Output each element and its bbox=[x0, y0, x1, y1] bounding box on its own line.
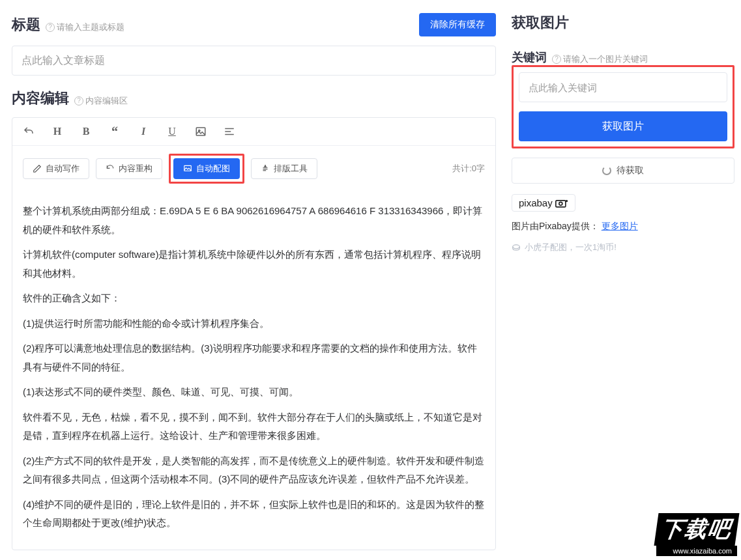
layout-tool-button[interactable]: 排版工具 bbox=[251, 158, 317, 179]
watermark-big: 下载吧 bbox=[654, 513, 739, 546]
auto-write-button[interactable]: 自动写作 bbox=[23, 158, 89, 179]
auto-image-button[interactable]: 自动配图 bbox=[173, 158, 240, 179]
question-icon: ? bbox=[74, 96, 83, 105]
heading-icon[interactable]: H bbox=[51, 126, 63, 137]
keyword-hint: ? 请输入一个图片关键词 bbox=[552, 53, 648, 65]
more-images-link[interactable]: 更多图片 bbox=[602, 221, 638, 231]
svg-point-8 bbox=[566, 200, 568, 202]
format-toolbar: H B “ I U bbox=[12, 118, 495, 146]
spinner-icon bbox=[602, 166, 611, 175]
coin-icon bbox=[512, 243, 521, 252]
svg-point-7 bbox=[559, 202, 562, 205]
get-image-title: 获取图片 bbox=[512, 13, 734, 33]
keyword-input[interactable] bbox=[519, 72, 727, 102]
auto-write-label: 自动写作 bbox=[46, 163, 80, 175]
editor-content[interactable]: 整个计算机系统由两部分组成：E.69DA 5 E 6 BA 9062616964… bbox=[12, 191, 495, 550]
underline-icon[interactable]: U bbox=[166, 126, 178, 137]
italic-icon[interactable]: I bbox=[138, 126, 149, 137]
paragraph: (2)程序可以满意地处理信息的数据结构。(3)说明程序功能要求和程序需要的文档的… bbox=[23, 339, 485, 376]
layout-tool-label: 排版工具 bbox=[274, 163, 308, 175]
watermark-small: www.xiazaiba.com bbox=[656, 546, 737, 556]
question-icon: ? bbox=[46, 23, 55, 32]
editor-hint-text: 内容编辑区 bbox=[85, 95, 128, 107]
editor-hint: ? 内容编辑区 bbox=[74, 95, 128, 107]
undo-icon[interactable] bbox=[23, 126, 35, 137]
keyword-label: 关键词 bbox=[512, 49, 547, 65]
svg-point-9 bbox=[513, 245, 520, 249]
paragraph: 软件的正确含义如下： bbox=[23, 289, 485, 308]
pixabay-badge: pixabay bbox=[512, 194, 575, 212]
pending-label: 待获取 bbox=[617, 165, 644, 176]
pending-button[interactable]: 待获取 bbox=[512, 158, 734, 184]
clear-cache-button[interactable]: 清除所有缓存 bbox=[419, 13, 496, 36]
article-title-input[interactable] bbox=[12, 46, 496, 76]
content-rebuild-label: 内容重构 bbox=[119, 163, 153, 175]
bold-icon[interactable]: B bbox=[80, 126, 92, 137]
svg-rect-6 bbox=[556, 200, 566, 206]
paragraph: (1)表达形式不同的硬件类型、颜色、味道、可见、可摸、可闻。 bbox=[23, 383, 485, 402]
paragraph: (1)提供运行时所需功能和性能的命令或计算机程序集合。 bbox=[23, 315, 485, 333]
auto-image-highlight: 自动配图 bbox=[169, 154, 244, 184]
title-header: 标题 ? 请输入主题或标题 清除所有缓存 bbox=[12, 13, 496, 36]
watermark: 下载吧 www.xiazaiba.com bbox=[656, 513, 737, 556]
main-column: 标题 ? 请输入主题或标题 清除所有缓存 内容编辑 ? 内容编辑区 H bbox=[0, 0, 508, 560]
image-icon[interactable] bbox=[195, 126, 207, 137]
content-rebuild-button[interactable]: 内容重构 bbox=[96, 158, 162, 179]
title-hint: ? 请输入主题或标题 bbox=[46, 21, 124, 33]
char-count: 共计:0字 bbox=[452, 163, 485, 175]
align-left-icon[interactable] bbox=[224, 126, 235, 137]
question-icon: ? bbox=[552, 55, 561, 64]
title-hint-text: 请输入主题或标题 bbox=[57, 21, 124, 33]
keyword-panel-highlight: 获取图片 bbox=[512, 65, 734, 148]
paragraph: (4)维护不同的硬件是旧的，理论上软件是旧的，并不坏，但实际上软件也是旧的和坏的… bbox=[23, 496, 485, 533]
coin-text: 小虎子配图，一次1淘币! bbox=[525, 242, 617, 253]
camera-icon bbox=[555, 199, 568, 208]
editor-box: H B “ I U 自动写作 内容重构 bbox=[12, 117, 496, 550]
action-toolbar: 自动写作 内容重构 自动配图 排版工具 共计:0字 bbox=[12, 146, 495, 191]
get-image-button[interactable]: 获取图片 bbox=[519, 111, 727, 141]
paragraph: (2)生产方式不同的软件是开发，是人类智能的高发挥，而不是传统意义上的硬件制造。… bbox=[23, 452, 485, 489]
provider-line: 图片由Pixabay提供： 更多图片 bbox=[512, 221, 734, 232]
keyword-hint-text: 请输入一个图片关键词 bbox=[563, 53, 648, 65]
editor-section-label: 内容编辑 bbox=[12, 89, 69, 108]
quote-icon[interactable]: “ bbox=[109, 126, 121, 137]
sidebar: 获取图片 关键词 ? 请输入一个图片关键词 获取图片 待获取 pixabay 图… bbox=[508, 0, 741, 560]
auto-image-label: 自动配图 bbox=[196, 163, 230, 175]
paragraph: 软件看不见，无色，枯燥，看不见，摸不到，闻不到。软件大部分存在于人们的头脑或纸上… bbox=[23, 408, 485, 445]
paragraph: 整个计算机系统由两部分组成：E.69DA 5 E 6 BA 9062616964… bbox=[23, 202, 485, 239]
editor-header: 内容编辑 ? 内容编辑区 bbox=[12, 89, 496, 108]
paragraph: 计算机软件(computer software)是指计算机系统中除硬件以外的所有… bbox=[23, 245, 485, 283]
pixabay-text: pixabay bbox=[519, 197, 553, 208]
title-label: 标题 bbox=[12, 15, 40, 35]
provider-text: 图片由Pixabay提供： bbox=[512, 221, 599, 231]
coin-line: 小虎子配图，一次1淘币! bbox=[512, 242, 734, 253]
